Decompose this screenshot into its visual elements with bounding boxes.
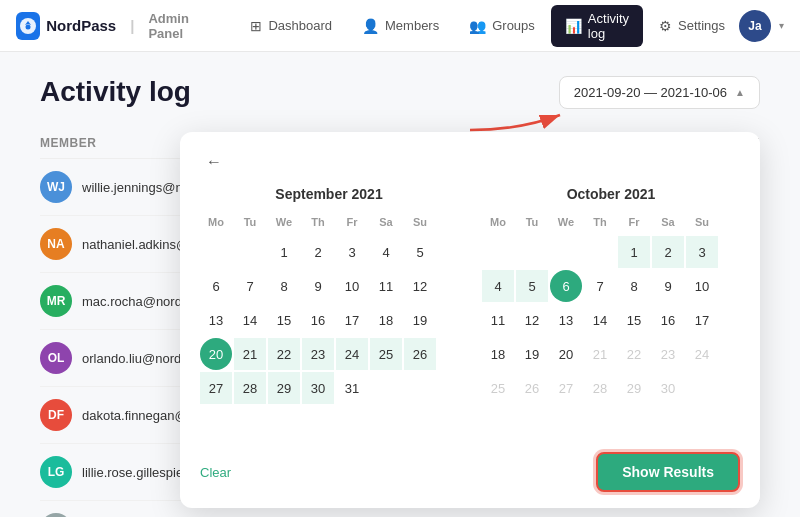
calendar-day bbox=[404, 372, 436, 404]
show-results-button[interactable]: Show Results bbox=[596, 452, 740, 492]
calendar-day[interactable]: 10 bbox=[686, 270, 718, 302]
calendar-day[interactable]: 1 bbox=[268, 236, 300, 268]
calendar-day[interactable]: 27 bbox=[200, 372, 232, 404]
admin-panel-label: Admin Panel bbox=[148, 11, 216, 41]
calendar-day[interactable]: 13 bbox=[550, 304, 582, 336]
calendar-day bbox=[550, 236, 582, 268]
september-grid: MoTuWeThFrSaSu12345678910111213141516171… bbox=[200, 210, 458, 404]
calendar-day[interactable]: 22 bbox=[268, 338, 300, 370]
activity-log-icon: 📊 bbox=[565, 18, 582, 34]
calendar-day[interactable]: 21 bbox=[234, 338, 266, 370]
calendar-day[interactable]: 15 bbox=[268, 304, 300, 336]
calendar-day[interactable]: 10 bbox=[336, 270, 368, 302]
calendar-day-header: Su bbox=[686, 210, 718, 234]
calendar-day[interactable]: 17 bbox=[336, 304, 368, 336]
calendar-day[interactable]: 7 bbox=[234, 270, 266, 302]
calendar-day[interactable]: 12 bbox=[516, 304, 548, 336]
calendar-day[interactable]: 16 bbox=[302, 304, 334, 336]
calendar-footer: Clear Show Results bbox=[200, 452, 740, 492]
calendar-day[interactable]: 20 bbox=[200, 338, 232, 370]
calendar-day-header: Th bbox=[302, 210, 334, 234]
user-menu[interactable]: Ja ▾ bbox=[739, 10, 784, 42]
settings-icon: ⚙ bbox=[659, 18, 672, 34]
september-title: September 2021 bbox=[200, 186, 458, 202]
calendar-day[interactable]: 11 bbox=[482, 304, 514, 336]
nav-items: ⊞ Dashboard 👤 Members 👥 Groups 📊 Activit… bbox=[236, 5, 739, 47]
navigation: NordPass | Admin Panel ⊞ Dashboard 👤 Mem… bbox=[0, 0, 800, 52]
calendar-day[interactable]: 6 bbox=[550, 270, 582, 302]
nav-groups[interactable]: 👥 Groups bbox=[455, 12, 549, 40]
calendar-day[interactable]: 11 bbox=[370, 270, 402, 302]
calendar-day[interactable]: 28 bbox=[234, 372, 266, 404]
calendar-day[interactable]: 8 bbox=[618, 270, 650, 302]
calendar-day[interactable]: 20 bbox=[550, 338, 582, 370]
calendar-day[interactable]: 30 bbox=[302, 372, 334, 404]
brand: NordPass | Admin Panel bbox=[16, 11, 216, 41]
calendar-day[interactable]: 15 bbox=[618, 304, 650, 336]
calendar-day[interactable]: 7 bbox=[584, 270, 616, 302]
calendar-day[interactable]: 4 bbox=[370, 236, 402, 268]
calendar-day[interactable]: 9 bbox=[302, 270, 334, 302]
calendar-day[interactable]: 17 bbox=[686, 304, 718, 336]
avatar: MR bbox=[40, 285, 72, 317]
calendar-overlay: ← September 2021 MoTuWeThFrSaSu123456789… bbox=[180, 132, 760, 508]
calendar-day[interactable]: 24 bbox=[686, 338, 718, 370]
calendar-day[interactable]: 3 bbox=[686, 236, 718, 268]
calendar-day[interactable]: 19 bbox=[404, 304, 436, 336]
calendar-day[interactable]: 12 bbox=[404, 270, 436, 302]
calendar-day[interactable]: 14 bbox=[234, 304, 266, 336]
nav-dashboard[interactable]: ⊞ Dashboard bbox=[236, 12, 346, 40]
calendar-day[interactable]: 2 bbox=[652, 236, 684, 268]
calendar-day[interactable]: 1 bbox=[618, 236, 650, 268]
nav-settings[interactable]: ⚙ Settings bbox=[645, 12, 739, 40]
calendar-day[interactable]: 2 bbox=[302, 236, 334, 268]
calendar-day[interactable]: 26 bbox=[404, 338, 436, 370]
user-chevron-icon: ▾ bbox=[779, 20, 784, 31]
calendar-header: ← bbox=[200, 148, 740, 176]
calendar-day[interactable]: 29 bbox=[268, 372, 300, 404]
nav-activity-log[interactable]: 📊 Activity log bbox=[551, 5, 643, 47]
calendar-day[interactable]: 25 bbox=[370, 338, 402, 370]
calendar-day[interactable]: 21 bbox=[584, 338, 616, 370]
avatar: OL bbox=[40, 342, 72, 374]
calendar-day bbox=[482, 236, 514, 268]
calendar-day[interactable]: 5 bbox=[404, 236, 436, 268]
calendar-day[interactable]: 22 bbox=[618, 338, 650, 370]
calendar-day[interactable]: 23 bbox=[302, 338, 334, 370]
calendar-clear-button[interactable]: Clear bbox=[200, 465, 231, 480]
calendar-day[interactable]: 28 bbox=[584, 372, 616, 404]
nav-members-label: Members bbox=[385, 18, 439, 33]
calendar-day-header: Su bbox=[404, 210, 436, 234]
calendar-day[interactable]: 18 bbox=[482, 338, 514, 370]
calendar-day bbox=[482, 406, 514, 438]
main-content: Activity log 2021-09-20 — 2021-10-06 ▲ M… bbox=[0, 52, 800, 517]
calendar-day[interactable]: 8 bbox=[268, 270, 300, 302]
avatar: HS bbox=[40, 513, 72, 517]
calendar-day[interactable]: 18 bbox=[370, 304, 402, 336]
calendar-day[interactable]: 23 bbox=[652, 338, 684, 370]
calendar-day-header: We bbox=[268, 210, 300, 234]
nav-members[interactable]: 👤 Members bbox=[348, 12, 453, 40]
calendar-day[interactable]: 16 bbox=[652, 304, 684, 336]
calendar-day-header: We bbox=[550, 210, 582, 234]
user-avatar[interactable]: Ja bbox=[739, 10, 771, 42]
calendar-day[interactable]: 14 bbox=[584, 304, 616, 336]
calendar-day[interactable]: 4 bbox=[482, 270, 514, 302]
calendar-day[interactable]: 9 bbox=[652, 270, 684, 302]
calendar-day[interactable]: 27 bbox=[550, 372, 582, 404]
calendar-day[interactable]: 6 bbox=[200, 270, 232, 302]
calendar-day[interactable]: 26 bbox=[516, 372, 548, 404]
calendar-day[interactable]: 3 bbox=[336, 236, 368, 268]
calendar-day-header: Mo bbox=[200, 210, 232, 234]
calendar-day[interactable]: 19 bbox=[516, 338, 548, 370]
calendar-day[interactable]: 29 bbox=[618, 372, 650, 404]
calendar-day-header: Fr bbox=[336, 210, 368, 234]
calendar-day[interactable]: 13 bbox=[200, 304, 232, 336]
calendar-day[interactable]: 25 bbox=[482, 372, 514, 404]
calendar-day[interactable]: 5 bbox=[516, 270, 548, 302]
calendar-day[interactable]: 30 bbox=[652, 372, 684, 404]
calendar-day[interactable]: 31 bbox=[336, 372, 368, 404]
date-range-button[interactable]: 2021-09-20 — 2021-10-06 ▲ bbox=[559, 76, 760, 109]
calendar-prev-button[interactable]: ← bbox=[200, 148, 228, 176]
calendar-day[interactable]: 24 bbox=[336, 338, 368, 370]
